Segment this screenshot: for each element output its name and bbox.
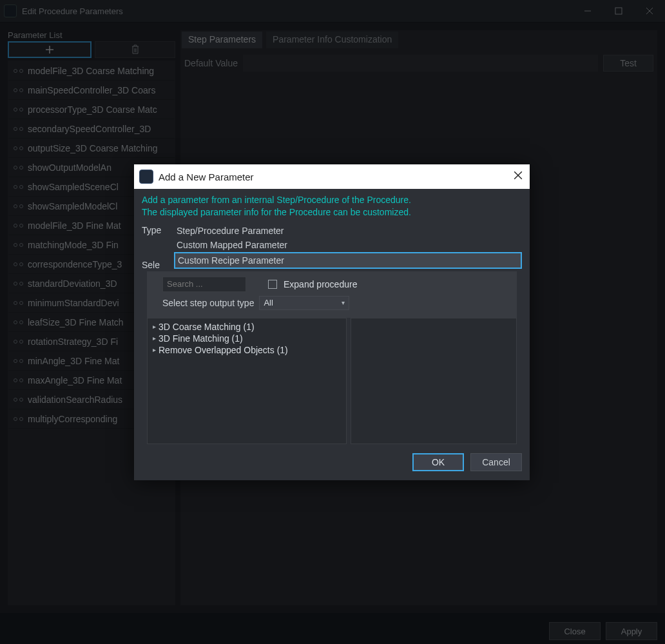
expand-procedure-label: Expand procedure xyxy=(284,279,357,289)
dialog-titlebar: Add a New Parameter xyxy=(134,164,530,189)
dialog-close-button[interactable] xyxy=(512,171,525,182)
cancel-button[interactable]: Cancel xyxy=(470,453,522,471)
type-options: Step/Procedure Parameter Custom Mapped P… xyxy=(174,224,522,269)
dialog-title: Add a New Parameter xyxy=(159,171,512,182)
output-type-label: Select step output type xyxy=(162,298,254,308)
type-option-custom-mapped[interactable]: Custom Mapped Parameter xyxy=(174,238,522,252)
add-parameter-dialog: Add a New Parameter Add a parameter from… xyxy=(134,164,530,480)
type-option-custom-recipe[interactable]: Custom Recipe Parameter xyxy=(174,252,522,269)
dialog-app-icon xyxy=(139,170,153,184)
tree-item[interactable]: 3D Fine Matching (1) xyxy=(150,333,343,344)
close-icon xyxy=(514,171,523,180)
type-option-step-procedure[interactable]: Step/Procedure Parameter xyxy=(174,224,522,238)
ok-button[interactable]: OK xyxy=(412,453,464,471)
expand-procedure-checkbox[interactable] xyxy=(268,280,277,289)
type-section: Type Step/Procedure Parameter Custom Map… xyxy=(134,221,530,271)
tree-item[interactable]: 3D Coarse Matching (1) xyxy=(150,321,343,333)
dialog-description: Add a parameter from an internal Step/Pr… xyxy=(134,189,530,221)
output-type-dropdown[interactable]: All xyxy=(259,296,349,310)
step-tree[interactable]: 3D Coarse Matching (1) 3D Fine Matching … xyxy=(147,318,347,444)
search-input[interactable] xyxy=(162,277,246,292)
step-detail-panel xyxy=(351,318,517,444)
tree-item[interactable]: Remove Overlapped Objects (1) xyxy=(150,344,343,356)
select-label-truncated: Sele xyxy=(142,260,174,270)
